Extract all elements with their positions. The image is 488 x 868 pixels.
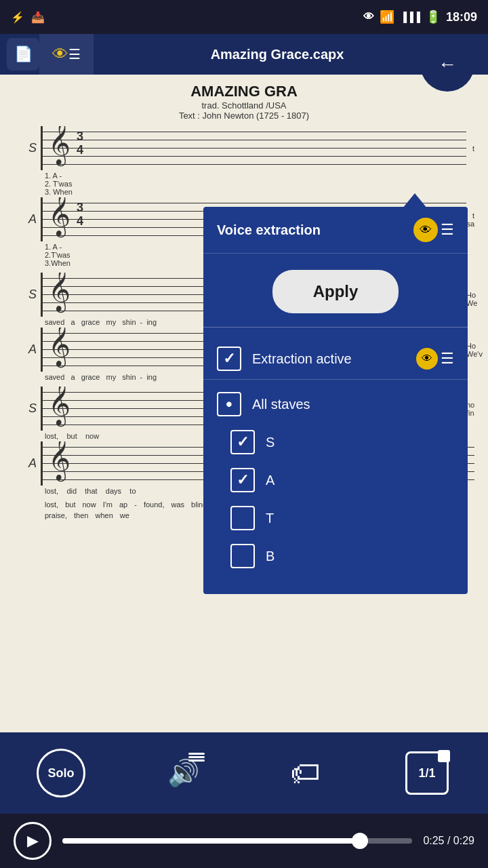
sheet-subtitle2: Text : John Newton (1725 - 1807) [0, 111, 488, 121]
stave-t-row[interactable]: T [203, 499, 468, 537]
voice-extraction-panel: Voice extraction 👁 ☰ Apply Extraction ac… [203, 207, 468, 594]
stave-a-checkbox[interactable] [230, 468, 255, 492]
a-label: A [14, 212, 41, 226]
play-icon: ▶ [27, 832, 39, 850]
staff-s1: S 𝄞 34 t [14, 126, 474, 170]
volume-toolbar-item[interactable]: 🔊 [122, 732, 244, 814]
wifi-icon: 📶 [380, 9, 394, 24]
sheet-title: AMAZING GRA [0, 83, 488, 100]
apply-btn-container: Apply [203, 254, 468, 327]
play-button[interactable]: ▶ [14, 822, 52, 860]
menu-lines-icon: ☰ [68, 46, 81, 62]
s3-label: S [14, 401, 41, 416]
stave-b-label: B [266, 549, 454, 564]
apply-button[interactable]: Apply [272, 270, 399, 313]
download-icon: 📥 [31, 11, 45, 24]
stave-b-checkbox[interactable] [230, 544, 255, 568]
extraction-toggle[interactable]: 👁 ☰ [416, 348, 454, 370]
status-right-icons: 👁 📶 ▐▐▐ 🔋 18:09 [363, 9, 477, 24]
marker-icon: 🏷 [290, 756, 320, 790]
sheet-title-area: AMAZING GRA trad. Schottland /USA Text :… [0, 75, 488, 123]
bottom-toolbar: Solo 🔊 🏷 1/1 [0, 732, 488, 814]
status-bar: ⚡ 📥 👁 📶 ▐▐▐ 🔋 18:09 [0, 0, 488, 34]
extraction-active-row[interactable]: Extraction active 👁 ☰ [203, 338, 468, 380]
a3-label: A [14, 456, 41, 471]
stave-a-row[interactable]: A [203, 461, 468, 499]
s2-label: S [14, 288, 41, 302]
back-button[interactable]: ← [420, 37, 474, 92]
eye-toggle-symbol: 👁 [422, 353, 432, 365]
signal-icon: ▐▐▐ [400, 12, 420, 22]
eye-menu-button[interactable]: 👁 ☰ [39, 34, 94, 75]
all-staves-checkbox[interactable] [217, 392, 241, 416]
solo-label: Solo [48, 766, 75, 781]
eye-settings-icon: 👁 [363, 11, 374, 23]
progress-bar[interactable] [62, 838, 412, 844]
page-toolbar-item[interactable]: 1/1 [366, 732, 488, 814]
panel-eye-icon: 👁 [413, 218, 438, 242]
all-staves-label: All staves [252, 397, 454, 412]
usb-icon: ⚡ [11, 11, 24, 24]
extraction-active-checkbox[interactable] [217, 347, 241, 371]
progress-fill [62, 838, 360, 844]
page-label: 1/1 [418, 766, 435, 781]
stave-a-label: A [266, 473, 454, 488]
time-display: 0:25 / 0:29 [423, 835, 474, 847]
panel-title: Voice extraction [217, 222, 321, 238]
s-right-marker: t [466, 144, 474, 153]
s-label: S [14, 141, 41, 155]
app-icon: 📄 [7, 38, 39, 71]
toggle-menu-lines-icon: ☰ [441, 350, 454, 368]
staves-section: All staves S A T B [203, 380, 468, 580]
playback-bar: ▶ 0:25 / 0:29 [0, 814, 488, 868]
panel-menu-lines-icon: ☰ [441, 221, 454, 239]
panel-arrow [403, 193, 427, 208]
back-arrow-icon: ← [438, 54, 457, 75]
battery-icon: 🔋 [426, 9, 441, 24]
solo-button[interactable]: Solo [37, 749, 85, 797]
divider1 [203, 327, 468, 328]
panel-eye-menu-btn[interactable]: 👁 ☰ [413, 218, 454, 242]
a2-label: A [14, 342, 41, 357]
marker-toolbar-item[interactable]: 🏷 [244, 732, 366, 814]
volume-icon: 🔊 [167, 758, 199, 788]
eye-symbol: 👁 [420, 223, 432, 237]
panel-header: Voice extraction 👁 ☰ [203, 207, 468, 254]
eye-icon: 👁 [52, 45, 68, 64]
doc-icon: 📄 [14, 45, 33, 63]
app-header: 📄 👁 ☰ Amazing Grace.capx [0, 34, 488, 75]
stave-s-row[interactable]: S [203, 423, 468, 461]
status-left-icons: ⚡ 📥 [11, 11, 45, 24]
stave-t-checkbox[interactable] [230, 506, 255, 530]
clock: 18:09 [446, 10, 477, 24]
extraction-active-label: Extraction active [252, 351, 416, 367]
sheet-subtitle1: trad. Schottland /USA [0, 100, 488, 111]
toggle-eye-icon: 👁 [416, 348, 438, 370]
all-staves-row[interactable]: All staves [203, 385, 468, 423]
stave-t-label: T [266, 511, 454, 526]
sheet-music-area: AMAZING GRA trad. Schottland /USA Text :… [0, 75, 488, 739]
stave-s-checkbox[interactable] [230, 430, 255, 454]
solo-toolbar-item[interactable]: Solo [0, 732, 122, 814]
stave-s-label: S [266, 435, 454, 450]
progress-thumb[interactable] [352, 833, 368, 849]
stave-b-row[interactable]: B [203, 537, 468, 575]
